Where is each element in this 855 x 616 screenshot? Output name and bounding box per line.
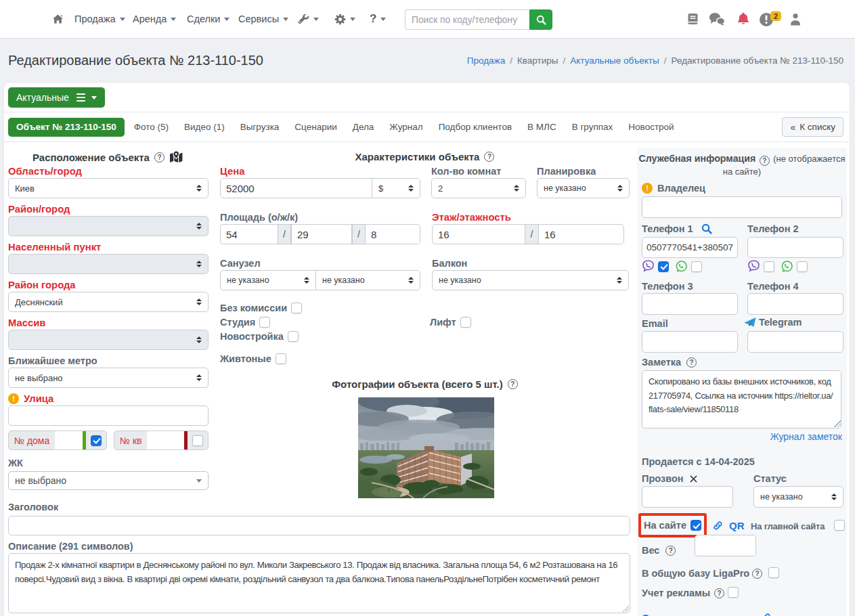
description-textarea[interactable] [8,553,630,613]
tab-object[interactable]: Объект № 213-110-150 [8,118,125,137]
floor-input[interactable] [432,224,525,244]
object-photo[interactable] [358,397,494,498]
apartment-checkbox[interactable] [192,435,203,446]
help-icon[interactable]: ? [752,569,762,579]
nav-tools-menu[interactable] [298,0,319,38]
profile-button[interactable] [789,0,802,38]
house-checkbox[interactable] [91,435,102,446]
whatsapp-icon[interactable] [675,260,688,273]
viber-icon[interactable] [747,260,760,273]
journal-button[interactable] [687,0,699,38]
massif-select[interactable] [8,330,209,350]
street-input[interactable] [8,405,209,426]
rooms-select[interactable]: 2 [431,178,526,198]
tab-photo[interactable]: Фото (5) [134,122,169,132]
help-icon[interactable]: ? [508,379,518,389]
help-icon[interactable]: ? [760,156,770,166]
owner-input[interactable] [642,196,842,218]
phone1-whatsapp-checkbox[interactable] [691,261,702,272]
title-input[interactable] [8,516,630,535]
notes-journal-link[interactable]: Журнал заметок [770,431,842,442]
elevator-checkbox[interactable] [460,317,471,328]
phone1-viber-checkbox[interactable] [658,261,669,272]
call-input[interactable] [642,486,733,508]
area-kitchen-input[interactable] [366,224,420,244]
nav-menu-sdelki[interactable]: Сделки [187,0,229,38]
note-textarea[interactable] [642,370,841,428]
metro-select[interactable]: не выбрано [8,368,209,388]
city-district-select[interactable]: Деснянский [8,292,209,312]
on-site-checkbox[interactable] [690,520,701,531]
studio-checkbox[interactable] [259,317,270,328]
phone4-input[interactable] [747,293,843,315]
search-button[interactable] [529,9,552,30]
whatsapp-icon[interactable] [781,260,793,273]
phone-search-icon[interactable] [701,223,712,234]
help-icon[interactable]: ? [665,546,676,556]
nav-settings-menu[interactable] [334,0,355,38]
no-commission-checkbox[interactable] [291,303,302,313]
messages-button[interactable] [708,0,726,38]
nav-menu-arenda[interactable]: Аренда [133,0,176,38]
clear-icon[interactable] [690,475,697,483]
tab-gruppy[interactable]: В группах [572,122,613,132]
tab-zhurnal[interactable]: Журнал [389,122,422,132]
on-main-checkbox[interactable] [834,520,845,531]
apartment-number-input[interactable] [147,431,184,449]
phone2-whatsapp-checkbox[interactable] [797,261,808,272]
layout-select[interactable]: не указано [537,178,630,198]
qr-link[interactable]: QR [729,520,745,531]
tab-video[interactable]: Видео (1) [184,122,225,132]
search-input[interactable] [405,9,529,30]
alerts-button[interactable]: 2 [759,0,782,38]
resize-handle[interactable] [834,420,841,427]
area-total-input[interactable] [220,224,278,244]
phone3-input[interactable] [642,293,738,315]
telegram-input[interactable] [747,331,843,353]
tab-novostroy[interactable]: Новострой [628,122,674,132]
district-select[interactable] [8,216,209,236]
nav-help-menu[interactable]: ? [370,0,386,38]
price-input[interactable] [220,178,372,198]
tab-mls[interactable]: В МЛС [527,122,556,132]
link-icon[interactable] [713,521,723,531]
breadcrumb-prodazha[interactable]: Продажа [467,56,505,66]
bathroom-select-2[interactable]: не указано [315,270,420,290]
tab-dela[interactable]: Дела [353,122,374,132]
area-living-input[interactable] [291,224,352,244]
notifications-button[interactable] [737,0,750,38]
new-building-checkbox[interactable] [288,331,299,342]
settlement-select[interactable] [8,254,209,274]
pets-checkbox[interactable] [276,353,286,364]
balcony-select[interactable]: не указано [432,270,629,290]
phone2-input[interactable] [747,237,843,258]
ligapro-checkbox[interactable] [768,567,779,578]
phone1-input[interactable] [642,237,738,258]
tab-scenarii[interactable]: Сценарии [294,122,336,132]
home-button[interactable] [52,0,64,38]
help-icon[interactable]: ? [154,152,165,162]
help-icon[interactable]: ? [686,357,697,368]
breadcrumb-aktualnye[interactable]: Актуальные объекты [570,56,659,66]
viber-icon[interactable] [642,260,655,273]
nav-menu-servisy[interactable]: Сервисы [238,0,288,38]
tab-podbor[interactable]: Подбор клиентов [439,122,512,132]
resize-handle[interactable] [622,605,629,612]
phone2-viber-checkbox[interactable] [764,261,774,272]
help-icon[interactable]: ? [484,152,494,162]
complex-select[interactable]: не выбрано [8,471,209,490]
back-to-list-button[interactable]: « К списку [782,117,843,137]
ads-checkbox[interactable] [728,587,739,598]
weight-input[interactable] [695,535,756,556]
currency-select[interactable]: $ [372,178,420,198]
copy-to-rent-link[interactable]: Скопировать в аренду [642,612,755,616]
email-input[interactable] [642,331,738,353]
help-icon[interactable]: ? [714,588,724,598]
region-select[interactable]: Киев [8,178,209,198]
bathroom-select-1[interactable]: не указано [220,270,316,290]
status-dropdown-button[interactable]: Актуальные [8,87,105,108]
status-select[interactable]: не указано [753,486,843,508]
floors-total-input[interactable] [539,224,624,244]
nav-menu-prodazha[interactable]: Продажа [74,0,125,38]
tab-vygruzka[interactable]: Выгрузка [240,122,280,132]
